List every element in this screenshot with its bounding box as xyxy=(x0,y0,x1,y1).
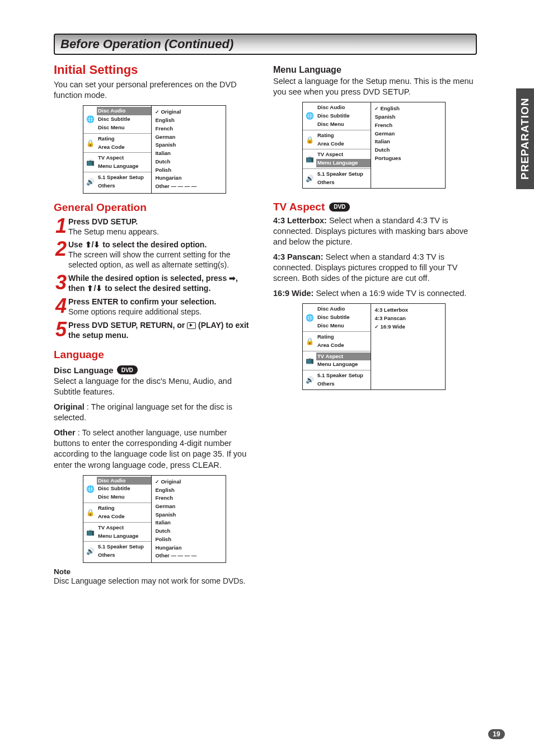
menu-group-icon: 🌐 xyxy=(85,114,95,124)
step-number: 2 xyxy=(54,241,68,257)
heading-initial-settings: Initial Settings xyxy=(54,63,255,77)
menu-option: Other — — — — xyxy=(155,182,222,191)
menu-item: TV Aspect xyxy=(316,353,371,361)
step-number: 1 xyxy=(54,218,68,234)
step-number: 4 xyxy=(54,298,68,314)
menu-item: Area Code xyxy=(316,140,371,148)
menu-item: Rating xyxy=(316,333,371,341)
menu-item: Disc Audio xyxy=(97,107,151,115)
menu-option: Polish xyxy=(155,166,222,175)
menu-item: Area Code xyxy=(97,143,151,152)
menu-option: French xyxy=(155,125,222,133)
left-column: Initial Settings You can set your person… xyxy=(54,63,255,586)
menu-option: Portugues xyxy=(374,154,442,163)
text-169-wide: 16:9 Wide: Select when a 16:9 wide TV is… xyxy=(273,288,475,299)
menu-option: German xyxy=(155,133,222,142)
page-number: 19 xyxy=(488,729,505,739)
menu-option: Other — — — — xyxy=(155,552,222,560)
text-initial: You can set your personal preferences on… xyxy=(54,79,255,101)
heading-menu-language: Menu Language xyxy=(273,65,475,75)
text-43-letterbox: 4:3 Letterbox: Select when a standard 4:… xyxy=(273,215,475,247)
menu-group-icon: 📺 xyxy=(305,355,315,365)
menu-item: TV Aspect xyxy=(97,154,151,162)
menu-item: TV Aspect xyxy=(316,151,371,159)
menu-item: TV Aspect xyxy=(97,524,151,532)
menu-item: Rating xyxy=(316,132,371,140)
title-bar: Before Operation (Continued) xyxy=(54,34,477,55)
text-disc-language: Select a language for the disc's Menu, A… xyxy=(54,376,255,397)
menu-item: Others xyxy=(97,182,151,190)
menu-option: French xyxy=(374,121,442,130)
menu-option: Italian xyxy=(374,138,442,146)
menu-item: Menu Language xyxy=(316,360,371,369)
menu-item: Others xyxy=(316,380,371,388)
heading-disc-language: Disc Language xyxy=(54,365,114,375)
note-heading: Note xyxy=(54,567,255,576)
menu-item: Disc Subtitle xyxy=(316,112,371,120)
menu-group-icon: 🔊 xyxy=(85,546,95,556)
menu-option: Original xyxy=(155,108,222,116)
step-number: 5 xyxy=(54,322,68,337)
menu-item: Disc Menu xyxy=(316,120,371,129)
menu-option: Spanish xyxy=(155,511,222,519)
menu-item: 5.1 Speaker Setup xyxy=(316,170,371,179)
menu-option: 4:3 Letterbox xyxy=(374,306,442,314)
heading-general-operation: General Operation xyxy=(54,201,255,214)
menu-group-icon: 🔊 xyxy=(305,173,315,184)
menu-item: Menu Language xyxy=(97,532,151,541)
menu-option: 4:3 Panscan xyxy=(374,314,442,323)
menu-item: 5.1 Speaker Setup xyxy=(97,543,151,551)
text-43-panscan: 4:3 Panscan: Select when a standard 4:3 … xyxy=(273,252,475,284)
heading-tv-aspect: TV Aspect xyxy=(273,201,325,213)
menu-item: Disc Menu xyxy=(316,322,371,330)
menu-group-icon: 🔒 xyxy=(305,135,315,145)
setup-menu-screenshot-3: 🌐Disc AudioDisc SubtitleDisc Menu🔒Rating… xyxy=(302,102,446,188)
menu-item: Disc Audio xyxy=(316,104,371,112)
menu-group-icon: 📺 xyxy=(85,527,95,537)
menu-item: Rating xyxy=(97,504,151,513)
menu-option: Original xyxy=(155,478,222,486)
menu-group-icon: 🔒 xyxy=(85,138,95,148)
menu-option: Dutch xyxy=(374,146,442,154)
menu-option: English xyxy=(155,486,222,495)
menu-item: Menu Language xyxy=(97,162,151,171)
menu-group-icon: 📺 xyxy=(85,157,95,167)
setup-menu-screenshot-1: 🌐Disc AudioDisc SubtitleDisc Menu🔒Rating… xyxy=(83,105,226,193)
menu-item: Others xyxy=(316,179,371,187)
play-icon xyxy=(187,322,196,329)
menu-item: Disc Audio xyxy=(316,305,371,313)
menu-item: Disc Menu xyxy=(97,493,151,501)
menu-option: Spanish xyxy=(374,113,442,121)
setup-menu-screenshot-4: 🌐Disc AudioDisc SubtitleDisc Menu🔒Rating… xyxy=(302,303,446,389)
menu-option: Hungarian xyxy=(155,174,222,182)
menu-group-icon: 🔒 xyxy=(305,336,315,346)
menu-option: Dutch xyxy=(155,527,222,536)
menu-group-icon: 🔊 xyxy=(85,177,95,187)
menu-item: Disc Audio xyxy=(97,477,151,485)
menu-option: English xyxy=(374,105,442,113)
menu-item: 5.1 Speaker Setup xyxy=(316,372,371,380)
steps-list: 1 Press DVD SETUP.The Setup menu appears… xyxy=(54,217,255,341)
dvd-badge: DVD xyxy=(117,365,138,374)
menu-option: Italian xyxy=(155,519,222,527)
menu-group-icon: 🔊 xyxy=(305,375,315,385)
menu-item: 5.1 Speaker Setup xyxy=(97,173,151,182)
menu-item: Menu Language xyxy=(316,159,371,167)
menu-item: Disc Subtitle xyxy=(97,115,151,124)
menu-option: Spanish xyxy=(155,141,222,149)
menu-item: Others xyxy=(97,551,151,560)
menu-option: French xyxy=(155,494,222,503)
menu-group-icon: 🌐 xyxy=(305,313,315,323)
right-column: Menu Language Select a language for the … xyxy=(273,63,475,586)
menu-item: Disc Subtitle xyxy=(316,313,371,322)
menu-group-icon: 🔒 xyxy=(85,508,95,518)
menu-item: Area Code xyxy=(316,341,371,350)
dvd-badge: DVD xyxy=(329,203,350,212)
menu-option: English xyxy=(155,116,222,125)
menu-option: Dutch xyxy=(155,158,222,166)
menu-item: Disc Subtitle xyxy=(97,485,151,493)
text-original: Original : The original language set for… xyxy=(54,402,255,423)
step-number: 3 xyxy=(54,275,68,290)
menu-group-icon: 📺 xyxy=(305,154,315,164)
text-menu-language: Select a language for the Setup menu. Th… xyxy=(273,76,475,97)
